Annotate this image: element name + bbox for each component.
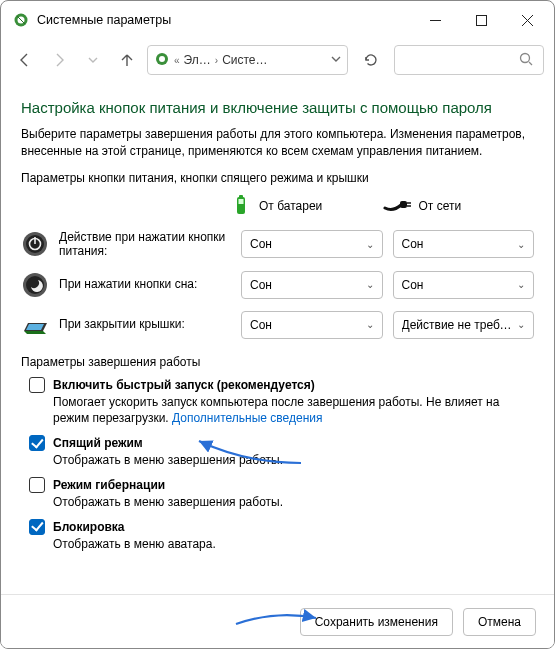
sleep-button-battery-select[interactable]: Сон ⌄ xyxy=(241,271,383,299)
search-icon xyxy=(519,52,533,69)
svg-rect-7 xyxy=(239,195,243,198)
minimize-button[interactable] xyxy=(412,4,458,36)
power-row-power-button: Действие при нажатии кнопки питания: Сон… xyxy=(21,224,534,265)
content: Настройка кнопок питания и включение защ… xyxy=(1,81,554,553)
maximize-button[interactable] xyxy=(458,4,504,36)
breadcrumb-2[interactable]: Систе… xyxy=(222,53,267,67)
location-icon xyxy=(154,51,170,70)
power-button-battery-select[interactable]: Сон ⌄ xyxy=(241,230,383,258)
cancel-button[interactable]: Отмена xyxy=(463,608,536,636)
svg-point-5 xyxy=(521,53,530,62)
select-value: Сон xyxy=(250,237,272,251)
power-button-icon xyxy=(21,230,49,258)
select-value: Сон xyxy=(250,318,272,332)
page-title: Настройка кнопок питания и включение защ… xyxy=(21,99,534,116)
plug-icon xyxy=(383,196,411,217)
chevron-down-icon: ⌄ xyxy=(517,319,525,330)
svg-rect-2 xyxy=(476,15,486,25)
refresh-button[interactable] xyxy=(354,45,388,75)
power-section-label: Параметры кнопки питания, кнопки спящего… xyxy=(21,171,534,185)
sleep-checkbox[interactable] xyxy=(29,435,45,451)
shutdown-item-lock: Блокировка Отображать в меню аватара. xyxy=(29,519,534,553)
recent-dropdown[interactable] xyxy=(79,46,107,74)
lid-icon xyxy=(21,311,49,339)
ac-column-label: От сети xyxy=(419,199,462,213)
save-button[interactable]: Сохранить изменения xyxy=(300,608,453,636)
power-row-label: При нажатии кнопки сна: xyxy=(59,277,197,291)
chevron-down-icon: ⌄ xyxy=(517,239,525,250)
address-bar[interactable]: « Эл… › Систе… xyxy=(147,45,348,75)
power-table-header: От батареи От сети xyxy=(21,189,534,224)
select-value: Сон xyxy=(402,278,424,292)
app-icon xyxy=(13,12,29,28)
power-row-label: Действие при нажатии кнопки питания: xyxy=(59,230,231,259)
hibernate-label: Режим гибернации xyxy=(53,478,165,492)
fast-startup-checkbox[interactable] xyxy=(29,377,45,393)
svg-rect-9 xyxy=(400,201,407,208)
breadcrumb-1[interactable]: Эл… xyxy=(184,53,211,67)
back-button[interactable] xyxy=(11,46,39,74)
forward-button[interactable] xyxy=(45,46,73,74)
battery-icon xyxy=(231,193,251,220)
lid-battery-select[interactable]: Сон ⌄ xyxy=(241,311,383,339)
select-value: Сон xyxy=(402,237,424,251)
chevron-start-icon: « xyxy=(174,55,180,66)
close-button[interactable] xyxy=(504,4,550,36)
chevron-down-icon: ⌄ xyxy=(366,319,374,330)
lid-ac-select[interactable]: Действие не требуется ⌄ xyxy=(393,311,535,339)
lock-desc: Отображать в меню аватара. xyxy=(53,536,534,553)
battery-column-label: От батареи xyxy=(259,199,322,213)
shutdown-item-hibernate: Режим гибернации Отображать в меню завер… xyxy=(29,477,534,511)
chevron-down-icon: ⌄ xyxy=(366,239,374,250)
hibernate-desc: Отображать в меню завершения работы. xyxy=(53,494,534,511)
more-info-link[interactable]: Дополнительные сведения xyxy=(172,411,322,425)
titlebar: Системные параметры xyxy=(1,1,554,39)
lock-checkbox[interactable] xyxy=(29,519,45,535)
window-title: Системные параметры xyxy=(37,13,412,27)
sleep-button-ac-select[interactable]: Сон ⌄ xyxy=(393,271,535,299)
sleep-button-icon xyxy=(21,271,49,299)
hibernate-checkbox[interactable] xyxy=(29,477,45,493)
select-value: Действие не требуется xyxy=(402,318,514,332)
power-row-sleep-button: При нажатии кнопки сна: Сон ⌄ Сон ⌄ xyxy=(21,265,534,305)
up-button[interactable] xyxy=(113,46,141,74)
page-description: Выберите параметры завершения работы для… xyxy=(21,126,534,161)
svg-point-4 xyxy=(159,56,165,62)
shutdown-section-label: Параметры завершения работы xyxy=(21,355,534,369)
svg-rect-8 xyxy=(239,199,244,204)
chevron-down-icon: ⌄ xyxy=(517,279,525,290)
navbar: « Эл… › Систе… xyxy=(1,39,554,81)
chevron-down-icon: ⌄ xyxy=(366,279,374,290)
fast-startup-label: Включить быстрый запуск (рекомендуется) xyxy=(53,378,315,392)
footer: Сохранить изменения Отмена xyxy=(1,594,554,648)
power-row-label: При закрытии крышки: xyxy=(59,317,185,331)
sleep-desc: Отображать в меню завершения работы. xyxy=(53,452,534,469)
power-row-lid: При закрытии крышки: Сон ⌄ Действие не т… xyxy=(21,305,534,345)
lock-label: Блокировка xyxy=(53,520,125,534)
select-value: Сон xyxy=(250,278,272,292)
search-box[interactable] xyxy=(394,45,544,75)
chevron-right-icon: › xyxy=(215,55,218,66)
sleep-label: Спящий режим xyxy=(53,436,143,450)
shutdown-item-fast-startup: Включить быстрый запуск (рекомендуется) … xyxy=(29,377,534,428)
address-dropdown-icon[interactable] xyxy=(331,53,341,67)
shutdown-item-sleep: Спящий режим Отображать в меню завершени… xyxy=(29,435,534,469)
power-button-ac-select[interactable]: Сон ⌄ xyxy=(393,230,535,258)
